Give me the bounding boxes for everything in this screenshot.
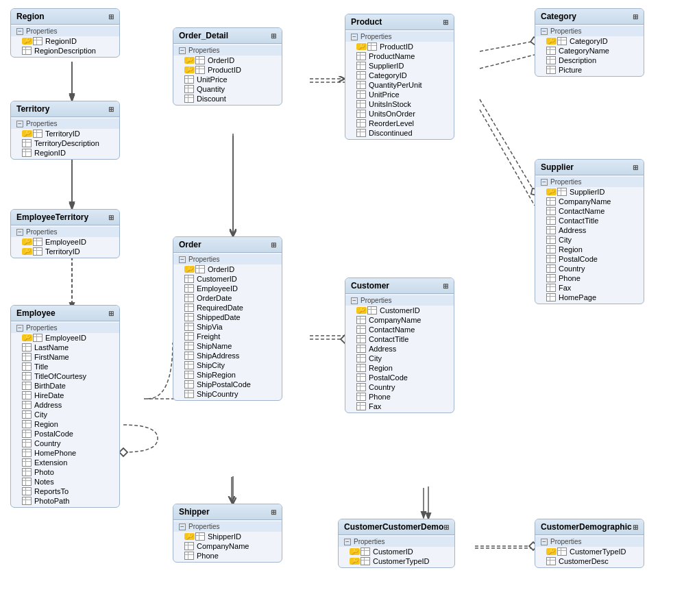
field-row: 🔑SupplierID bbox=[535, 187, 644, 197]
field-name: QuantityPerUnit bbox=[369, 81, 422, 89]
entity-product[interactable]: Product⊞−Properties🔑ProductIDProductName… bbox=[345, 14, 454, 140]
field-table-icon bbox=[184, 371, 194, 379]
entity-shipper[interactable]: Shipper⊞−Properties🔑ShipperIDCompanyName… bbox=[173, 504, 282, 563]
properties-section: −Properties🔑CategoryIDCategoryNameDescri… bbox=[535, 25, 644, 76]
entity-header-order_detail[interactable]: Order_Detail⊞ bbox=[173, 28, 282, 44]
collapse-icon[interactable]: − bbox=[16, 325, 23, 332]
entity-order_detail[interactable]: Order_Detail⊞−Properties🔑OrderID🔑Product… bbox=[173, 27, 282, 106]
collapse-icon[interactable]: − bbox=[179, 47, 186, 54]
expand-icon[interactable]: ⊞ bbox=[443, 282, 448, 290]
field-row: HomePage bbox=[535, 293, 644, 302]
entity-title: CustomerCustomerDemo bbox=[344, 522, 443, 532]
properties-label: Properties bbox=[26, 324, 58, 332]
section-header[interactable]: −Properties bbox=[173, 254, 282, 264]
field-name: City bbox=[369, 354, 382, 362]
field-row: OrderDate bbox=[173, 293, 282, 303]
entity-header-region[interactable]: Region⊞ bbox=[11, 9, 119, 25]
entity-header-employee[interactable]: Employee⊞ bbox=[11, 306, 119, 321]
field-table-icon bbox=[22, 468, 32, 476]
section-header[interactable]: −Properties bbox=[11, 227, 119, 237]
field-row: 🔑CustomerTypeID bbox=[535, 547, 644, 556]
entity-header-order[interactable]: Order⊞ bbox=[173, 237, 282, 253]
entity-territory[interactable]: Territory⊞−Properties🔑TerritoryIDTerrito… bbox=[10, 101, 120, 160]
field-name: UnitPrice bbox=[197, 75, 228, 84]
collapse-icon[interactable]: − bbox=[541, 179, 548, 186]
entity-header-customer[interactable]: Customer⊞ bbox=[345, 278, 454, 294]
collapse-icon[interactable]: − bbox=[179, 256, 186, 263]
field-table-icon bbox=[356, 354, 366, 362]
collapse-icon[interactable]: − bbox=[16, 28, 23, 35]
field-row: 🔑ProductID bbox=[173, 65, 282, 75]
expand-icon[interactable]: ⊞ bbox=[271, 32, 276, 40]
field-row: TerritoryDescription bbox=[11, 138, 119, 148]
expand-icon[interactable]: ⊞ bbox=[443, 19, 448, 26]
section-header[interactable]: −Properties bbox=[11, 323, 119, 333]
field-name: TerritoryID bbox=[45, 130, 80, 138]
properties-label: Properties bbox=[188, 256, 220, 263]
entity-employee[interactable]: Employee⊞−Properties🔑EmployeeIDLastNameF… bbox=[10, 305, 120, 508]
field-table-icon bbox=[184, 275, 194, 283]
section-header[interactable]: −Properties bbox=[345, 295, 454, 306]
collapse-icon[interactable]: − bbox=[541, 28, 548, 35]
expand-icon[interactable]: ⊞ bbox=[108, 106, 114, 113]
section-header[interactable]: −Properties bbox=[535, 537, 644, 547]
section-header[interactable]: −Properties bbox=[339, 537, 454, 547]
collapse-icon[interactable]: − bbox=[541, 539, 548, 545]
entity-header-product[interactable]: Product⊞ bbox=[345, 14, 454, 30]
collapse-icon[interactable]: − bbox=[351, 34, 358, 40]
field-table-icon bbox=[367, 42, 377, 51]
expand-icon[interactable]: ⊞ bbox=[271, 241, 276, 249]
field-name: CompanyName bbox=[559, 197, 611, 206]
entity-order[interactable]: Order⊞−Properties🔑OrderIDCustomerIDEmplo… bbox=[173, 236, 282, 401]
entity-header-category[interactable]: Category⊞ bbox=[535, 9, 644, 25]
collapse-icon[interactable]: − bbox=[179, 523, 186, 530]
entity-customer[interactable]: Customer⊞−Properties🔑CustomerIDCompanyNa… bbox=[345, 278, 454, 413]
expand-icon[interactable]: ⊞ bbox=[108, 214, 114, 221]
entity-supplier[interactable]: Supplier⊞−Properties🔑SupplierIDCompanyNa… bbox=[535, 159, 644, 304]
section-header[interactable]: −Properties bbox=[173, 45, 282, 56]
expand-icon[interactable]: ⊞ bbox=[443, 523, 449, 531]
section-header[interactable]: −Properties bbox=[11, 119, 119, 129]
expand-icon[interactable]: ⊞ bbox=[633, 13, 638, 21]
entity-header-shipper[interactable]: Shipper⊞ bbox=[173, 504, 282, 520]
collapse-icon[interactable]: − bbox=[16, 121, 23, 127]
field-name: City bbox=[34, 410, 47, 419]
entity-header-supplier[interactable]: Supplier⊞ bbox=[535, 160, 644, 175]
field-name: OrderID bbox=[208, 56, 234, 64]
entity-category[interactable]: Category⊞−Properties🔑CategoryIDCategoryN… bbox=[535, 8, 644, 77]
field-name: ContactName bbox=[559, 207, 604, 215]
expand-icon[interactable]: ⊞ bbox=[633, 164, 638, 171]
entity-employeeterritory[interactable]: EmployeeTerritory⊞−Properties🔑EmployeeID… bbox=[10, 209, 120, 258]
section-header[interactable]: −Properties bbox=[11, 26, 119, 36]
field-row: PostalCode bbox=[11, 429, 119, 439]
entity-customercustomerdemo[interactable]: CustomerCustomerDemo⊞−Properties🔑Custome… bbox=[338, 519, 455, 568]
field-table-icon bbox=[546, 293, 556, 301]
entity-header-customerdemographic[interactable]: CustomerDemographic⊞ bbox=[535, 519, 644, 535]
field-row: CategoryName bbox=[535, 46, 644, 56]
entity-header-employeeterritory[interactable]: EmployeeTerritory⊞ bbox=[11, 210, 119, 225]
field-row: Notes bbox=[11, 477, 119, 486]
collapse-icon[interactable]: − bbox=[344, 539, 351, 545]
entity-header-territory[interactable]: Territory⊞ bbox=[11, 101, 119, 117]
expand-icon[interactable]: ⊞ bbox=[633, 523, 638, 531]
collapse-icon[interactable]: − bbox=[16, 229, 23, 236]
section-header[interactable]: −Properties bbox=[535, 177, 644, 187]
section-header[interactable]: −Properties bbox=[173, 521, 282, 532]
entity-header-customercustomerdemo[interactable]: CustomerCustomerDemo⊞ bbox=[339, 519, 454, 535]
section-header[interactable]: −Properties bbox=[345, 32, 454, 42]
field-name: ShipRegion bbox=[197, 371, 236, 379]
expand-icon[interactable]: ⊞ bbox=[108, 13, 114, 21]
collapse-icon[interactable]: − bbox=[351, 297, 358, 304]
field-row: EmployeeID bbox=[173, 284, 282, 293]
field-row: Phone bbox=[173, 551, 282, 560]
field-table-icon bbox=[184, 75, 194, 84]
expand-icon[interactable]: ⊞ bbox=[108, 310, 114, 317]
expand-icon[interactable]: ⊞ bbox=[271, 508, 276, 516]
section-header[interactable]: −Properties bbox=[535, 26, 644, 36]
field-name: RegionDescription bbox=[34, 47, 96, 55]
field-row: 🔑OrderID bbox=[173, 264, 282, 274]
entity-customerdemographic[interactable]: CustomerDemographic⊞−Properties🔑Customer… bbox=[535, 519, 644, 568]
field-row: Phone bbox=[535, 273, 644, 283]
field-table-icon bbox=[356, 62, 366, 70]
entity-region[interactable]: Region⊞−Properties🔑RegionIDRegionDescrip… bbox=[10, 8, 120, 58]
